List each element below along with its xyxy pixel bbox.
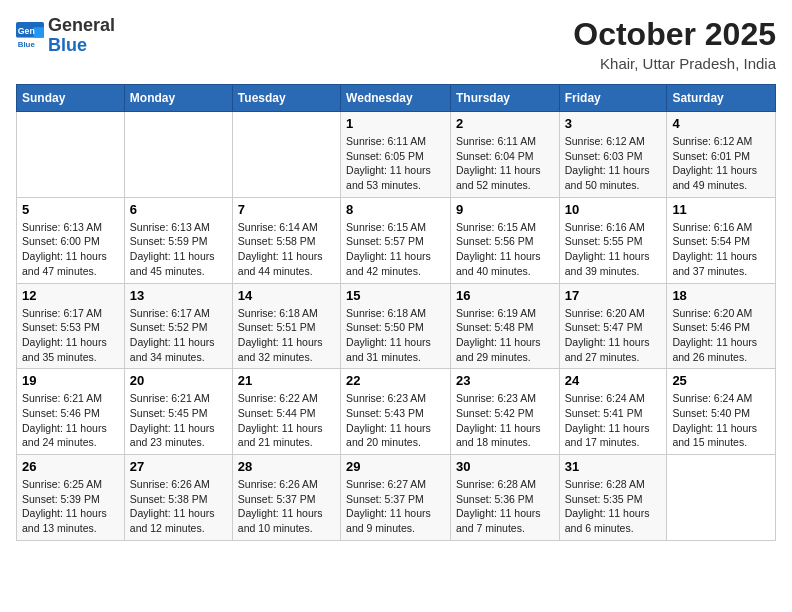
day-number: 25 [672, 373, 770, 388]
day-cell: 3Sunrise: 6:12 AM Sunset: 6:03 PM Daylig… [559, 112, 667, 198]
day-number: 23 [456, 373, 554, 388]
month-title: October 2025 [573, 16, 776, 53]
day-cell: 24Sunrise: 6:24 AM Sunset: 5:41 PM Dayli… [559, 369, 667, 455]
day-cell [232, 112, 340, 198]
day-number: 15 [346, 288, 445, 303]
day-info: Sunrise: 6:25 AM Sunset: 5:39 PM Dayligh… [22, 477, 119, 536]
header: Gen Blue General Blue October 2025 Khair… [16, 16, 776, 72]
day-info: Sunrise: 6:12 AM Sunset: 6:01 PM Dayligh… [672, 134, 770, 193]
day-number: 28 [238, 459, 335, 474]
day-number: 22 [346, 373, 445, 388]
day-info: Sunrise: 6:18 AM Sunset: 5:51 PM Dayligh… [238, 306, 335, 365]
day-cell: 14Sunrise: 6:18 AM Sunset: 5:51 PM Dayli… [232, 283, 340, 369]
day-number: 9 [456, 202, 554, 217]
day-cell: 31Sunrise: 6:28 AM Sunset: 5:35 PM Dayli… [559, 455, 667, 541]
calendar-table: SundayMondayTuesdayWednesdayThursdayFrid… [16, 84, 776, 541]
day-info: Sunrise: 6:21 AM Sunset: 5:46 PM Dayligh… [22, 391, 119, 450]
day-cell [124, 112, 232, 198]
day-cell: 13Sunrise: 6:17 AM Sunset: 5:52 PM Dayli… [124, 283, 232, 369]
week-row-5: 26Sunrise: 6:25 AM Sunset: 5:39 PM Dayli… [17, 455, 776, 541]
day-number: 11 [672, 202, 770, 217]
day-cell: 12Sunrise: 6:17 AM Sunset: 5:53 PM Dayli… [17, 283, 125, 369]
header-cell-saturday: Saturday [667, 85, 776, 112]
day-info: Sunrise: 6:27 AM Sunset: 5:37 PM Dayligh… [346, 477, 445, 536]
day-number: 29 [346, 459, 445, 474]
day-cell: 22Sunrise: 6:23 AM Sunset: 5:43 PM Dayli… [341, 369, 451, 455]
day-info: Sunrise: 6:20 AM Sunset: 5:47 PM Dayligh… [565, 306, 662, 365]
header-row: SundayMondayTuesdayWednesdayThursdayFrid… [17, 85, 776, 112]
day-info: Sunrise: 6:11 AM Sunset: 6:05 PM Dayligh… [346, 134, 445, 193]
header-cell-friday: Friday [559, 85, 667, 112]
day-cell: 26Sunrise: 6:25 AM Sunset: 5:39 PM Dayli… [17, 455, 125, 541]
day-number: 18 [672, 288, 770, 303]
day-info: Sunrise: 6:16 AM Sunset: 5:55 PM Dayligh… [565, 220, 662, 279]
day-info: Sunrise: 6:26 AM Sunset: 5:37 PM Dayligh… [238, 477, 335, 536]
day-cell: 2Sunrise: 6:11 AM Sunset: 6:04 PM Daylig… [450, 112, 559, 198]
day-number: 16 [456, 288, 554, 303]
svg-text:Gen: Gen [18, 26, 35, 36]
day-number: 8 [346, 202, 445, 217]
day-cell: 21Sunrise: 6:22 AM Sunset: 5:44 PM Dayli… [232, 369, 340, 455]
day-cell: 15Sunrise: 6:18 AM Sunset: 5:50 PM Dayli… [341, 283, 451, 369]
day-number: 2 [456, 116, 554, 131]
week-row-2: 5Sunrise: 6:13 AM Sunset: 6:00 PM Daylig… [17, 197, 776, 283]
logo: Gen Blue General Blue [16, 16, 115, 56]
day-number: 13 [130, 288, 227, 303]
day-info: Sunrise: 6:19 AM Sunset: 5:48 PM Dayligh… [456, 306, 554, 365]
svg-marker-2 [34, 27, 45, 38]
location: Khair, Uttar Pradesh, India [573, 55, 776, 72]
day-info: Sunrise: 6:23 AM Sunset: 5:42 PM Dayligh… [456, 391, 554, 450]
day-cell: 11Sunrise: 6:16 AM Sunset: 5:54 PM Dayli… [667, 197, 776, 283]
header-cell-monday: Monday [124, 85, 232, 112]
day-info: Sunrise: 6:24 AM Sunset: 5:41 PM Dayligh… [565, 391, 662, 450]
header-cell-sunday: Sunday [17, 85, 125, 112]
day-cell: 30Sunrise: 6:28 AM Sunset: 5:36 PM Dayli… [450, 455, 559, 541]
day-info: Sunrise: 6:15 AM Sunset: 5:57 PM Dayligh… [346, 220, 445, 279]
day-info: Sunrise: 6:12 AM Sunset: 6:03 PM Dayligh… [565, 134, 662, 193]
svg-text:Blue: Blue [18, 39, 36, 48]
day-info: Sunrise: 6:16 AM Sunset: 5:54 PM Dayligh… [672, 220, 770, 279]
day-cell: 10Sunrise: 6:16 AM Sunset: 5:55 PM Dayli… [559, 197, 667, 283]
day-cell: 17Sunrise: 6:20 AM Sunset: 5:47 PM Dayli… [559, 283, 667, 369]
day-info: Sunrise: 6:18 AM Sunset: 5:50 PM Dayligh… [346, 306, 445, 365]
day-number: 27 [130, 459, 227, 474]
day-cell: 19Sunrise: 6:21 AM Sunset: 5:46 PM Dayli… [17, 369, 125, 455]
day-info: Sunrise: 6:20 AM Sunset: 5:46 PM Dayligh… [672, 306, 770, 365]
calendar-body: 1Sunrise: 6:11 AM Sunset: 6:05 PM Daylig… [17, 112, 776, 541]
day-info: Sunrise: 6:23 AM Sunset: 5:43 PM Dayligh… [346, 391, 445, 450]
day-number: 14 [238, 288, 335, 303]
day-cell: 16Sunrise: 6:19 AM Sunset: 5:48 PM Dayli… [450, 283, 559, 369]
day-info: Sunrise: 6:17 AM Sunset: 5:52 PM Dayligh… [130, 306, 227, 365]
day-info: Sunrise: 6:13 AM Sunset: 6:00 PM Dayligh… [22, 220, 119, 279]
day-cell: 27Sunrise: 6:26 AM Sunset: 5:38 PM Dayli… [124, 455, 232, 541]
day-info: Sunrise: 6:14 AM Sunset: 5:58 PM Dayligh… [238, 220, 335, 279]
day-cell: 6Sunrise: 6:13 AM Sunset: 5:59 PM Daylig… [124, 197, 232, 283]
day-cell: 18Sunrise: 6:20 AM Sunset: 5:46 PM Dayli… [667, 283, 776, 369]
header-cell-wednesday: Wednesday [341, 85, 451, 112]
day-number: 1 [346, 116, 445, 131]
day-number: 12 [22, 288, 119, 303]
header-cell-thursday: Thursday [450, 85, 559, 112]
day-info: Sunrise: 6:28 AM Sunset: 5:36 PM Dayligh… [456, 477, 554, 536]
week-row-1: 1Sunrise: 6:11 AM Sunset: 6:05 PM Daylig… [17, 112, 776, 198]
day-number: 24 [565, 373, 662, 388]
day-number: 7 [238, 202, 335, 217]
day-info: Sunrise: 6:26 AM Sunset: 5:38 PM Dayligh… [130, 477, 227, 536]
day-number: 20 [130, 373, 227, 388]
day-info: Sunrise: 6:24 AM Sunset: 5:40 PM Dayligh… [672, 391, 770, 450]
day-number: 4 [672, 116, 770, 131]
calendar-header: SundayMondayTuesdayWednesdayThursdayFrid… [17, 85, 776, 112]
day-cell: 9Sunrise: 6:15 AM Sunset: 5:56 PM Daylig… [450, 197, 559, 283]
week-row-4: 19Sunrise: 6:21 AM Sunset: 5:46 PM Dayli… [17, 369, 776, 455]
day-info: Sunrise: 6:22 AM Sunset: 5:44 PM Dayligh… [238, 391, 335, 450]
title-block: October 2025 Khair, Uttar Pradesh, India [573, 16, 776, 72]
day-info: Sunrise: 6:21 AM Sunset: 5:45 PM Dayligh… [130, 391, 227, 450]
day-cell [667, 455, 776, 541]
day-cell: 5Sunrise: 6:13 AM Sunset: 6:00 PM Daylig… [17, 197, 125, 283]
day-number: 30 [456, 459, 554, 474]
header-cell-tuesday: Tuesday [232, 85, 340, 112]
day-number: 26 [22, 459, 119, 474]
day-cell: 1Sunrise: 6:11 AM Sunset: 6:05 PM Daylig… [341, 112, 451, 198]
day-cell: 4Sunrise: 6:12 AM Sunset: 6:01 PM Daylig… [667, 112, 776, 198]
day-cell: 28Sunrise: 6:26 AM Sunset: 5:37 PM Dayli… [232, 455, 340, 541]
